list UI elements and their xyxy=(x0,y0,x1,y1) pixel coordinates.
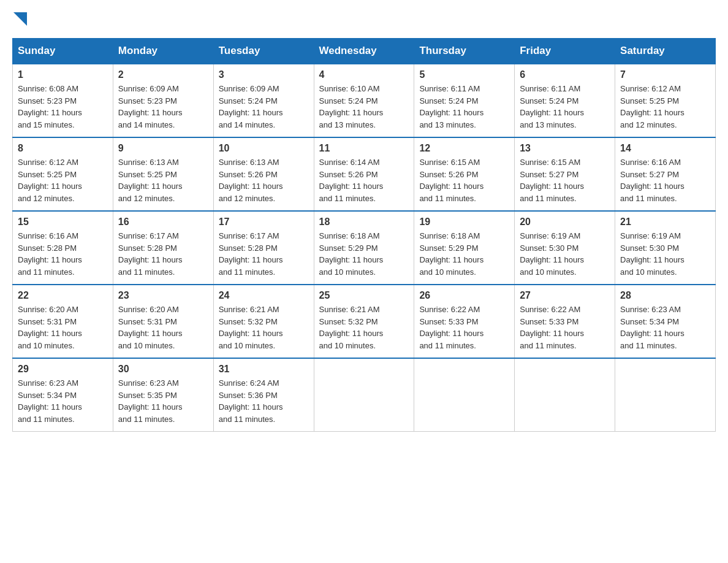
day-number: 3 xyxy=(219,69,309,80)
col-monday: Monday xyxy=(113,39,213,64)
calendar-cell: 19 Sunrise: 6:18 AMSunset: 5:29 PMDaylig… xyxy=(414,211,515,285)
day-info: Sunrise: 6:11 AMSunset: 5:24 PMDaylight:… xyxy=(419,83,509,131)
day-info: Sunrise: 6:23 AMSunset: 5:35 PMDaylight:… xyxy=(118,377,208,425)
day-info: Sunrise: 6:15 AMSunset: 5:27 PMDaylight:… xyxy=(520,156,610,204)
day-info: Sunrise: 6:18 AMSunset: 5:29 PMDaylight:… xyxy=(419,230,509,278)
day-number: 16 xyxy=(118,216,208,228)
calendar-cell: 27 Sunrise: 6:22 AMSunset: 5:33 PMDaylig… xyxy=(515,285,615,358)
day-number: 17 xyxy=(219,216,309,228)
calendar-cell: 17 Sunrise: 6:17 AMSunset: 5:28 PMDaylig… xyxy=(213,211,314,285)
calendar-cell: 3 Sunrise: 6:09 AMSunset: 5:24 PMDayligh… xyxy=(213,64,314,137)
day-number: 2 xyxy=(118,69,208,80)
col-tuesday: Tuesday xyxy=(213,39,314,64)
calendar-cell: 24 Sunrise: 6:21 AMSunset: 5:32 PMDaylig… xyxy=(213,285,314,358)
day-number: 1 xyxy=(18,69,108,80)
svg-marker-0 xyxy=(13,12,27,26)
calendar-cell xyxy=(515,358,615,432)
calendar-cell: 7 Sunrise: 6:12 AMSunset: 5:25 PMDayligh… xyxy=(615,64,716,137)
calendar-cell: 21 Sunrise: 6:19 AMSunset: 5:30 PMDaylig… xyxy=(615,211,716,285)
calendar-header-row: Sunday Monday Tuesday Wednesday Thursday… xyxy=(13,39,716,64)
calendar-cell: 1 Sunrise: 6:08 AMSunset: 5:23 PMDayligh… xyxy=(13,64,113,137)
day-number: 31 xyxy=(219,364,309,375)
day-number: 23 xyxy=(118,290,208,301)
day-info: Sunrise: 6:22 AMSunset: 5:33 PMDaylight:… xyxy=(520,304,610,351)
day-number: 8 xyxy=(18,143,108,154)
logo-arrow-icon xyxy=(13,12,27,26)
logo xyxy=(12,12,27,26)
calendar-cell: 5 Sunrise: 6:11 AMSunset: 5:24 PMDayligh… xyxy=(414,64,515,137)
day-info: Sunrise: 6:19 AMSunset: 5:30 PMDaylight:… xyxy=(520,230,610,278)
calendar-cell: 13 Sunrise: 6:15 AMSunset: 5:27 PMDaylig… xyxy=(515,137,615,211)
day-number: 28 xyxy=(620,290,710,301)
calendar-cell: 15 Sunrise: 6:16 AMSunset: 5:28 PMDaylig… xyxy=(13,211,113,285)
day-number: 20 xyxy=(520,216,610,228)
calendar-cell: 16 Sunrise: 6:17 AMSunset: 5:28 PMDaylig… xyxy=(113,211,213,285)
day-number: 19 xyxy=(419,216,509,228)
calendar-week-row: 8 Sunrise: 6:12 AMSunset: 5:25 PMDayligh… xyxy=(13,137,716,211)
calendar-cell: 20 Sunrise: 6:19 AMSunset: 5:30 PMDaylig… xyxy=(515,211,615,285)
day-number: 4 xyxy=(319,69,409,80)
col-wednesday: Wednesday xyxy=(314,39,414,64)
calendar-cell: 30 Sunrise: 6:23 AMSunset: 5:35 PMDaylig… xyxy=(113,358,213,432)
day-number: 12 xyxy=(419,143,509,154)
day-info: Sunrise: 6:22 AMSunset: 5:33 PMDaylight:… xyxy=(419,304,509,351)
col-friday: Friday xyxy=(515,39,615,64)
calendar-cell: 23 Sunrise: 6:20 AMSunset: 5:31 PMDaylig… xyxy=(113,285,213,358)
calendar-week-row: 22 Sunrise: 6:20 AMSunset: 5:31 PMDaylig… xyxy=(13,285,716,358)
day-number: 5 xyxy=(419,69,509,80)
day-number: 9 xyxy=(118,143,208,154)
calendar-week-row: 29 Sunrise: 6:23 AMSunset: 5:34 PMDaylig… xyxy=(13,358,716,432)
day-info: Sunrise: 6:20 AMSunset: 5:31 PMDaylight:… xyxy=(18,304,108,351)
calendar-cell: 28 Sunrise: 6:23 AMSunset: 5:34 PMDaylig… xyxy=(615,285,716,358)
day-info: Sunrise: 6:12 AMSunset: 5:25 PMDaylight:… xyxy=(620,83,710,131)
calendar-cell: 10 Sunrise: 6:13 AMSunset: 5:26 PMDaylig… xyxy=(213,137,314,211)
day-number: 27 xyxy=(520,290,610,301)
day-info: Sunrise: 6:09 AMSunset: 5:23 PMDaylight:… xyxy=(118,83,208,131)
day-info: Sunrise: 6:13 AMSunset: 5:25 PMDaylight:… xyxy=(118,156,208,204)
calendar-cell: 26 Sunrise: 6:22 AMSunset: 5:33 PMDaylig… xyxy=(414,285,515,358)
day-info: Sunrise: 6:08 AMSunset: 5:23 PMDaylight:… xyxy=(18,83,108,131)
day-info: Sunrise: 6:13 AMSunset: 5:26 PMDaylight:… xyxy=(219,156,309,204)
day-info: Sunrise: 6:17 AMSunset: 5:28 PMDaylight:… xyxy=(219,230,309,278)
day-info: Sunrise: 6:19 AMSunset: 5:30 PMDaylight:… xyxy=(620,230,710,278)
day-number: 22 xyxy=(18,290,108,301)
col-thursday: Thursday xyxy=(414,39,515,64)
day-info: Sunrise: 6:16 AMSunset: 5:27 PMDaylight:… xyxy=(620,156,710,204)
day-number: 24 xyxy=(219,290,309,301)
day-number: 14 xyxy=(620,143,710,154)
calendar-cell: 31 Sunrise: 6:24 AMSunset: 5:36 PMDaylig… xyxy=(213,358,314,432)
day-info: Sunrise: 6:20 AMSunset: 5:31 PMDaylight:… xyxy=(118,304,208,351)
day-info: Sunrise: 6:21 AMSunset: 5:32 PMDaylight:… xyxy=(319,304,409,351)
day-number: 25 xyxy=(319,290,409,301)
calendar-cell: 6 Sunrise: 6:11 AMSunset: 5:24 PMDayligh… xyxy=(515,64,615,137)
calendar-cell: 25 Sunrise: 6:21 AMSunset: 5:32 PMDaylig… xyxy=(314,285,414,358)
day-info: Sunrise: 6:11 AMSunset: 5:24 PMDaylight:… xyxy=(520,83,610,131)
day-info: Sunrise: 6:10 AMSunset: 5:24 PMDaylight:… xyxy=(319,83,409,131)
day-number: 15 xyxy=(18,216,108,228)
calendar-cell: 4 Sunrise: 6:10 AMSunset: 5:24 PMDayligh… xyxy=(314,64,414,137)
day-number: 13 xyxy=(520,143,610,154)
day-number: 6 xyxy=(520,69,610,80)
calendar-week-row: 1 Sunrise: 6:08 AMSunset: 5:23 PMDayligh… xyxy=(13,64,716,137)
calendar-week-row: 15 Sunrise: 6:16 AMSunset: 5:28 PMDaylig… xyxy=(13,211,716,285)
calendar-cell: 14 Sunrise: 6:16 AMSunset: 5:27 PMDaylig… xyxy=(615,137,716,211)
day-info: Sunrise: 6:23 AMSunset: 5:34 PMDaylight:… xyxy=(18,377,108,425)
calendar-cell: 29 Sunrise: 6:23 AMSunset: 5:34 PMDaylig… xyxy=(13,358,113,432)
day-info: Sunrise: 6:24 AMSunset: 5:36 PMDaylight:… xyxy=(219,377,309,425)
day-number: 26 xyxy=(419,290,509,301)
day-number: 10 xyxy=(219,143,309,154)
calendar-cell: 12 Sunrise: 6:15 AMSunset: 5:26 PMDaylig… xyxy=(414,137,515,211)
day-info: Sunrise: 6:17 AMSunset: 5:28 PMDaylight:… xyxy=(118,230,208,278)
calendar-cell: 9 Sunrise: 6:13 AMSunset: 5:25 PMDayligh… xyxy=(113,137,213,211)
calendar-cell xyxy=(615,358,716,432)
day-number: 18 xyxy=(319,216,409,228)
col-sunday: Sunday xyxy=(13,39,113,64)
day-info: Sunrise: 6:15 AMSunset: 5:26 PMDaylight:… xyxy=(419,156,509,204)
col-saturday: Saturday xyxy=(615,39,716,64)
calendar-cell: 22 Sunrise: 6:20 AMSunset: 5:31 PMDaylig… xyxy=(13,285,113,358)
day-number: 7 xyxy=(620,69,710,80)
day-info: Sunrise: 6:23 AMSunset: 5:34 PMDaylight:… xyxy=(620,304,710,351)
day-info: Sunrise: 6:14 AMSunset: 5:26 PMDaylight:… xyxy=(319,156,409,204)
calendar-cell: 8 Sunrise: 6:12 AMSunset: 5:25 PMDayligh… xyxy=(13,137,113,211)
day-info: Sunrise: 6:09 AMSunset: 5:24 PMDaylight:… xyxy=(219,83,309,131)
